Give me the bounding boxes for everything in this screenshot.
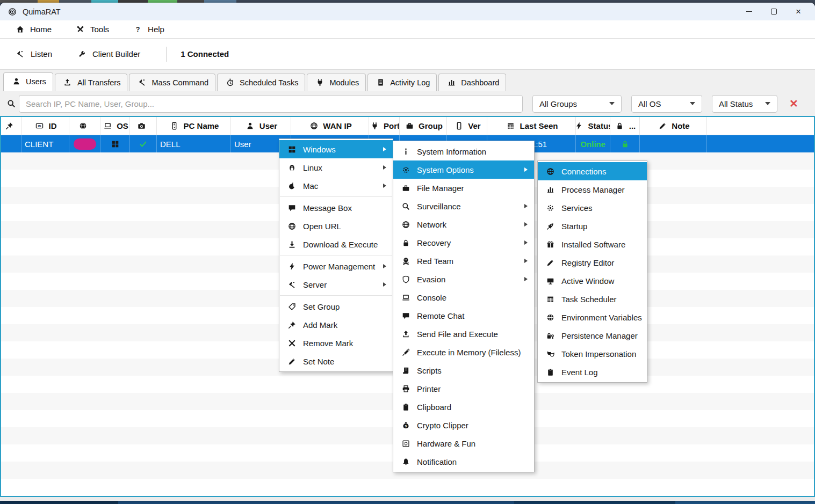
maximize-button[interactable]	[761, 4, 786, 20]
menu-item-mac[interactable]: Mac	[279, 177, 393, 195]
menu-item-environment-variables[interactable]: Environment Variables	[538, 308, 647, 326]
menu-item-windows[interactable]: Windows	[279, 140, 393, 158]
menu-item-label: Task Scheduler	[561, 295, 617, 304]
menu-item-network[interactable]: Network	[393, 215, 534, 233]
menubar-item-home[interactable]: Home	[14, 25, 52, 34]
column-header-globefill[interactable]	[69, 117, 100, 135]
menu-item-open-url[interactable]: Open URL	[279, 217, 393, 235]
menu-item-registry-editor[interactable]: Registry Editor	[538, 253, 647, 272]
row-pcname-cell: DELL	[157, 135, 231, 152]
toolbar-separator	[166, 47, 167, 62]
menu-item-file-manager[interactable]: File Manager	[393, 179, 534, 197]
table-stripe-row	[1, 479, 814, 496]
menu-item-remote-chat[interactable]: Remote Chat	[393, 306, 534, 325]
column-header-pc-name[interactable]: PC Name	[157, 117, 231, 135]
laptop-icon	[400, 294, 412, 302]
menu-item-linux[interactable]: Linux	[279, 158, 393, 177]
column-header-label: ID	[49, 121, 57, 130]
column-header-os[interactable]: OS	[100, 117, 130, 135]
menu-item-process-manager[interactable]: Process Manager	[538, 180, 647, 199]
menu-item-crypto-clipper[interactable]: $ Crypto Clipper	[393, 416, 534, 434]
menu-item-startup[interactable]: Startup	[538, 217, 647, 235]
menu-item-send-file-and-execute[interactable]: Send File and Execute	[393, 325, 534, 343]
menu-item-scripts[interactable]: Scripts	[393, 361, 534, 379]
menu-item-message-box[interactable]: Message Box	[279, 199, 393, 217]
tab-dashboard[interactable]: Dashboard	[438, 74, 506, 91]
menu-item-task-scheduler[interactable]: Task Scheduler	[538, 290, 647, 308]
os-filter-dropdown[interactable]: All OS	[631, 95, 702, 113]
menu-item-label: Environment Variables	[561, 313, 642, 322]
column-header-pin[interactable]	[1, 117, 21, 135]
menu-item-notification[interactable]: Notification	[393, 452, 534, 471]
info-icon	[400, 148, 412, 156]
menu-item-label: Message Box	[303, 203, 352, 213]
tab-mass-command[interactable]: Mass Command	[129, 74, 215, 91]
menubar-item-tools[interactable]: Tools	[74, 25, 109, 34]
menu-item-label: File Manager	[417, 184, 464, 193]
menu-item-services[interactable]: Services	[538, 199, 647, 217]
menu-item-surveillance[interactable]: Surveillance	[393, 197, 534, 215]
close-button[interactable]: ×	[786, 4, 811, 20]
tab-users[interactable]: Users	[3, 72, 53, 91]
column-header-note[interactable]: Note	[640, 117, 707, 135]
person-icon	[244, 122, 256, 130]
search-input[interactable]	[19, 95, 523, 113]
column-header-id[interactable]: ID ID	[21, 117, 69, 135]
column-header-last-seen[interactable]: Last Seen	[487, 117, 576, 135]
windows-submenu: System Information System Options File M…	[393, 141, 535, 472]
menu-item-remove-mark[interactable]: Remove Mark	[279, 334, 393, 352]
menu-item-printer[interactable]: Printer	[393, 379, 534, 398]
toolbar-button-client-builder[interactable]: Client Builder	[76, 49, 140, 59]
menu-item-system-information[interactable]: System Information	[393, 142, 534, 160]
menu-item-clipboard[interactable]: Clipboard	[393, 398, 534, 416]
column-header-port[interactable]: Port	[369, 117, 400, 135]
menu-item-download-execute[interactable]: Download & Execute	[279, 235, 393, 253]
connected-count: 1 Connected	[181, 49, 229, 59]
menu-item-active-window[interactable]: Active Window	[538, 272, 647, 290]
minimize-button[interactable]	[737, 4, 761, 20]
column-header-wan-ip[interactable]: WAN IP	[291, 117, 369, 135]
column-header[interactable]	[707, 117, 814, 135]
globe-icon	[286, 222, 298, 230]
moneybag-icon: $	[400, 421, 412, 429]
column-header-camera[interactable]	[130, 117, 157, 135]
search-icon	[5, 99, 17, 108]
menu-item-execute-in-memory-fileless[interactable]: Execute in Memory (Fileless)	[393, 343, 534, 361]
tab-scheduled-tasks[interactable]: Scheduled Tasks	[217, 74, 305, 91]
status-filter-dropdown[interactable]: All Status	[712, 95, 777, 113]
toolbar-button-listen[interactable]: Listen	[14, 49, 52, 59]
column-header-group[interactable]: Group	[400, 117, 447, 135]
menu-item-label: System Information	[417, 147, 486, 156]
menu-item-installed-software[interactable]: Installed Software	[538, 235, 647, 253]
tab-activity-log[interactable]: Activity Log	[367, 74, 437, 91]
title-bar[interactable]: QuimaRAT ×	[0, 3, 815, 20]
toolbar: Listen Client Builder 1 Connected	[0, 39, 815, 70]
menu-item-console[interactable]: Console	[393, 288, 534, 306]
menu-item-set-group[interactable]: Set Group	[279, 297, 393, 316]
menubar-item-help[interactable]: ? Help	[132, 25, 164, 34]
menu-item-evasion[interactable]: Evasion	[393, 270, 534, 288]
tab-all-transfers[interactable]: All Transfers	[55, 74, 128, 91]
groups-filter-dropdown[interactable]: All Groups	[532, 95, 622, 113]
menu-item-label: Execute in Memory (Fileless)	[417, 348, 521, 357]
menu-item-recovery[interactable]: Recovery	[393, 233, 534, 252]
column-header-user[interactable]: User	[231, 117, 291, 135]
column-header-status[interactable]: Status	[576, 117, 610, 135]
menu-item-set-note[interactable]: Set Note	[279, 352, 393, 370]
menu-item-add-mark[interactable]: Add Mark	[279, 316, 393, 334]
menu-item-token-impersonation[interactable]: Token Impersonation	[538, 345, 647, 363]
phone-icon	[453, 122, 465, 130]
menu-item-event-log[interactable]: Event Log	[538, 363, 647, 381]
column-header-[interactable]: ...	[610, 117, 640, 135]
menu-item-persistence-manager[interactable]: Persistence Manager	[538, 326, 647, 345]
clear-filters-button[interactable]: ✕	[789, 98, 798, 109]
column-header-ver[interactable]: Ver	[447, 117, 487, 135]
menu-item-red-team[interactable]: Red Team	[393, 252, 534, 270]
tab-modules[interactable]: Modules	[307, 74, 366, 91]
menu-item-server[interactable]: Server	[279, 275, 393, 294]
menu-item-hardware-fun[interactable]: Hardware & Fun	[393, 434, 534, 452]
menu-item-connections[interactable]: Connections	[538, 162, 647, 180]
menu-item-power-management[interactable]: Power Management	[279, 257, 393, 275]
menu-item-system-options[interactable]: System Options	[393, 160, 534, 179]
desktop-segment	[675, 500, 815, 504]
